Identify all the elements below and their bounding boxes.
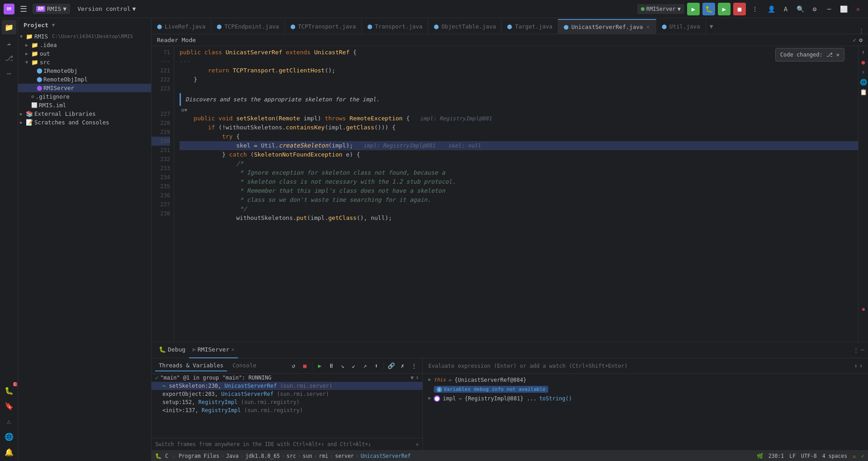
bc-jdk[interactable]: jdk1.8.0_65 xyxy=(245,453,280,459)
tree-item-remoteobjimpl[interactable]: ⬤ RemoteObjImpl xyxy=(18,75,151,84)
tree-item-gitignore[interactable]: ⊘ .gitignore xyxy=(18,92,151,101)
notifications-activity-icon[interactable]: 🔔 xyxy=(2,445,16,459)
tab-tcpendpoint[interactable]: ⬤ TCPEndpoint.java xyxy=(211,19,285,34)
dbg-btn-link[interactable]: 🔗 xyxy=(386,361,396,371)
bc-java[interactable]: Java xyxy=(226,453,239,459)
git-activity-icon[interactable]: 🌐 xyxy=(2,429,16,444)
status-indent[interactable]: 4 spaces xyxy=(822,453,847,459)
bc-rmi[interactable]: rmi xyxy=(319,453,328,459)
vcs-selector[interactable]: Version control ▼ xyxy=(74,4,139,14)
dbg-btn-pause[interactable]: ⏸ xyxy=(326,361,336,371)
settings-editor-icon[interactable]: ⚙ xyxy=(859,37,863,43)
run-config-selector[interactable]: RMIServer ▼ xyxy=(637,4,684,14)
right-icon-3[interactable]: ⚡ xyxy=(859,68,868,76)
project-panel-header[interactable]: Project ▼ xyxy=(18,18,151,32)
expr-add-watch-icon[interactable]: ⬆ xyxy=(854,363,858,369)
search-icon[interactable]: 🔍 xyxy=(794,3,806,15)
expr-expand-icon[interactable]: ⬇ xyxy=(859,363,863,369)
bc-sun[interactable]: sun xyxy=(303,453,312,459)
var-item-this[interactable]: ▶ this = {UnicastServerRef@884} xyxy=(423,375,868,385)
right-icon-1[interactable]: ⬆ xyxy=(859,48,868,56)
tree-item-scratches[interactable]: ▶ 📝 Scratches and Consoles xyxy=(18,118,151,127)
tab-overflow-button[interactable]: ▼ xyxy=(706,19,717,34)
project-selector[interactable]: RM RMIS ▼ xyxy=(33,4,70,14)
close-button[interactable]: ✕ xyxy=(852,3,864,15)
status-warn-icon[interactable]: ⚠ xyxy=(853,453,856,459)
tree-item-src[interactable]: ▼ 📁 src xyxy=(18,58,151,67)
dbg-btn-stop[interactable]: ■ xyxy=(300,361,310,371)
debug-more-icon[interactable]: ⋮ xyxy=(853,347,859,353)
var-item-impl[interactable]: ▶ ⬤ impl = {RegistryImpl@881} ... toStri… xyxy=(423,394,868,403)
bc-server[interactable]: server xyxy=(335,453,354,459)
bc-program-files[interactable]: Program Files xyxy=(179,453,219,459)
session-close[interactable]: ✕ xyxy=(231,347,234,352)
tree-item-rmiserver[interactable]: ⬤ RMIServer xyxy=(18,84,151,92)
debug-minimize-icon[interactable]: ─ xyxy=(861,347,864,353)
tree-item-out[interactable]: ▶ 📁 out xyxy=(18,49,151,58)
status-check-icon[interactable]: ✓ xyxy=(861,453,864,459)
stop-button[interactable]: ■ xyxy=(733,3,746,15)
tree-item-idea[interactable]: ▶ 📁 .idea xyxy=(18,41,151,49)
minimize-button[interactable]: ─ xyxy=(823,3,835,15)
status-lf[interactable]: LF xyxy=(789,453,796,459)
translate-icon[interactable]: A xyxy=(779,3,792,15)
tab-tcptransport[interactable]: ⬤ TCPTransport.java xyxy=(285,19,362,34)
status-position[interactable]: 230:1 xyxy=(768,453,784,459)
tab-close-unicastserverref[interactable]: ✕ xyxy=(645,24,650,30)
right-icon-5[interactable]: 📋 xyxy=(859,88,868,96)
tab-util[interactable]: ⬤ Util.java xyxy=(656,19,706,34)
git-branch-icon[interactable]: 🌿 xyxy=(757,453,763,459)
debug-activity-icon[interactable]: 🐛 C xyxy=(2,383,16,398)
dbg-btn-resume[interactable]: ↺ xyxy=(289,361,299,371)
coverage-button[interactable]: ▶ xyxy=(718,3,730,15)
debug-tab-rmiserver[interactable]: ▷ RMIServer ✕ xyxy=(189,342,238,358)
dbg-btn-step-over[interactable]: ↘ xyxy=(337,361,347,371)
dbg-btn-step-out[interactable]: ↗ xyxy=(360,361,370,371)
commit-activity-icon[interactable]: ☁ xyxy=(2,35,16,50)
debug-tab-debug[interactable]: 🐛 Debug xyxy=(155,342,189,358)
frame-setskeleton[interactable]: ↪ setSkeleton:230, UnicastServerRef (sun… xyxy=(152,382,422,390)
settings-icon[interactable]: ⚙ xyxy=(808,3,821,15)
var-expand-this[interactable]: ▶ xyxy=(428,377,431,382)
bookmark-activity-icon[interactable]: 🔖 xyxy=(2,399,16,413)
right-icon-4[interactable]: 🌐 xyxy=(859,78,868,86)
tree-item-rmis[interactable]: ▼ 📁 RMIS C:\Users\14341\Desktop\RMIS xyxy=(18,32,151,41)
status-debug-icon[interactable]: 🐛 xyxy=(155,453,161,459)
more-activity-icon[interactable]: ⋯ xyxy=(2,66,16,81)
var-expand-impl[interactable]: ▶ xyxy=(428,395,431,400)
debug-button[interactable]: 🐛 xyxy=(702,3,715,15)
dbg-btn-play[interactable]: ▶ xyxy=(315,361,325,371)
tab-bar-more[interactable]: ⋮ xyxy=(859,27,864,34)
fold-icon[interactable]: ⊞▼ xyxy=(181,106,187,115)
account-icon[interactable]: 👤 xyxy=(765,3,778,15)
code-changed-icon[interactable]: ⎇ xyxy=(826,50,833,59)
problems-activity-icon[interactable]: ⚠ xyxy=(2,414,16,428)
dbg-btn-run-cursor[interactable]: ⬆ xyxy=(371,361,381,371)
vcs-activity-icon[interactable]: ⎇ xyxy=(2,51,16,65)
thread-filter-icon[interactable]: ▼ xyxy=(411,375,414,381)
project-activity-icon[interactable]: 📁 xyxy=(2,20,16,34)
run-button[interactable]: ▶ xyxy=(687,3,700,15)
var-tostring-method[interactable]: toString() xyxy=(539,395,572,402)
dbg-btn-step-into[interactable]: ↙ xyxy=(349,361,359,371)
tree-item-rmisiml[interactable]: ⬜ RMIS.iml xyxy=(18,101,151,109)
tab-liveref[interactable]: ⬤ LiveRef.java xyxy=(152,19,211,34)
code-changed-close[interactable]: ✕ xyxy=(836,50,840,59)
restore-button[interactable]: ⬜ xyxy=(837,3,850,15)
dbg-btn-more[interactable]: ⋮ xyxy=(409,361,419,371)
debug-status-close[interactable]: ✕ xyxy=(416,441,419,447)
frame-init[interactable]: <init>:137, RegistryImpl (sun.rmi.regist… xyxy=(152,406,422,414)
thread-expand-icon[interactable]: ⬇ xyxy=(416,375,419,381)
tab-unicastserverref[interactable]: ⬤ UnicastServerRef.java ✕ xyxy=(558,19,656,34)
dbg-btn-evaluate[interactable]: ✗ xyxy=(398,361,408,371)
frame-setup[interactable]: setup:152, RegistryImpl (sun.rmi.registr… xyxy=(152,398,422,406)
debug-tab-console[interactable]: Console xyxy=(229,360,260,371)
status-encoding[interactable]: UTF-8 xyxy=(801,453,817,459)
right-icon-2[interactable]: ● xyxy=(859,58,868,66)
tree-item-iremoteobj[interactable]: ⬤ IRemoteObj xyxy=(18,67,151,75)
tree-item-external-libs[interactable]: ▶ 📚 External Libraries xyxy=(18,109,151,118)
hamburger-menu[interactable]: ☰ xyxy=(18,2,29,15)
more-run-options[interactable]: ⋮ xyxy=(749,3,761,15)
tab-target[interactable]: ⬤ Target.java xyxy=(502,19,558,34)
tab-objecttable[interactable]: ⬤ ObjectTable.java xyxy=(428,19,502,34)
